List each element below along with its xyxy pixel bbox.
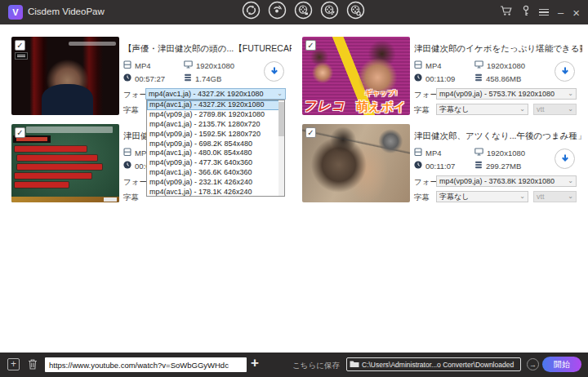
file-size-icon: [474, 161, 483, 171]
subtitle-select-4[interactable]: 字幕なし ⌄: [436, 191, 528, 202]
add-url-button[interactable]: +: [251, 355, 259, 371]
close-button[interactable]: ×: [572, 7, 580, 19]
format-option[interactable]: mp4(vp09,ja) - 477.3K 640x360: [147, 158, 280, 168]
thumbnail-caption-top: ギャップ!: [365, 88, 398, 99]
trash-icon: [27, 359, 38, 373]
video-thumbnail-2: ✓: [11, 124, 119, 202]
format-select-3[interactable]: mp4(vp09,ja) - 5753.7K 1920x1080 ⌄: [436, 88, 577, 100]
app-window: V Cisdem VideoPaw: [0, 0, 588, 377]
duration-clock-icon: [123, 73, 131, 83]
file-type-icon: [123, 60, 131, 71]
player-film-reel-icon: [346, 1, 365, 23]
duration-value: 00:57:27: [135, 74, 165, 83]
container-format: MP4: [425, 61, 442, 70]
player-button[interactable]: [346, 2, 365, 21]
subtitle-selected-value: 字幕なし: [439, 104, 469, 115]
format-select-4[interactable]: mp4(vp09,ja) - 3763.8K 1920x1080 ⌄: [436, 175, 577, 187]
format-option[interactable]: mp4(vp09,ja) - 232.1K 426x240: [147, 178, 280, 188]
video-title: 【声優・津田健次郎の頭の...【FUTURECARD】: [123, 43, 292, 55]
resolution-icon: [474, 148, 483, 157]
save-path-field[interactable]: C:\Users\Administrator...o Converter\Dow…: [346, 357, 521, 371]
format-option[interactable]: mp4(vp09,ja) - 1592.5K 1280x720: [147, 130, 280, 140]
converter-film-reel-icon: [294, 1, 313, 23]
resolution-value: 1920x1080: [487, 149, 525, 157]
format-option[interactable]: mp4(vp09,ja) - 2789.8K 1920x1080: [147, 110, 280, 120]
select-video-checkbox-3[interactable]: ✓: [305, 40, 316, 51]
format-option[interactable]: mp4(avc1,ja) - 178.1K 426x240: [147, 188, 280, 197]
file-size-value: 1.74GB: [195, 74, 221, 83]
video-card-1: ✓ 【声優・津田健次郎の頭の...【FUTURECARD】 MP4 1920x1…: [8, 34, 290, 119]
format-option[interactable]: mp4(avc1,ja) - 2135.7K 1280x720: [147, 120, 280, 130]
delete-button[interactable]: [27, 358, 38, 370]
video-thumbnail-1: ✓: [11, 37, 119, 115]
channel-badge: [15, 52, 28, 60]
cart-button[interactable]: [500, 5, 513, 20]
video-list: ✓ 【声優・津田健次郎の頭の...【FUTURECARD】 MP4 1920x1…: [0, 24, 588, 353]
download-arrow-icon: [560, 64, 570, 79]
resolution-value: 1920x1080: [196, 61, 234, 70]
select-video-checkbox-1[interactable]: ✓: [15, 40, 25, 51]
format-option[interactable]: mp4(avc1,ja) - 4327.2K 1920x1080: [147, 100, 280, 110]
format-dropdown-list: mp4(avc1,ja) - 4327.2K 1920x1080mp4(vp09…: [146, 100, 285, 197]
duration-value: 00:11:07: [425, 162, 455, 171]
thumbnail-caption-right: 萌えボイ: [356, 100, 406, 115]
duration-clock-icon: [123, 161, 131, 171]
subtitle-selected-value: 字幕なし: [439, 192, 469, 202]
format-selected-value: mp4(avc1,ja) - 4327.2K 1920x1080: [149, 90, 264, 98]
converter-button[interactable]: [294, 2, 313, 21]
video-title: 津田健次郎、アツくなり...午後のつまみ種」新CM: [414, 131, 582, 142]
add-task-button[interactable]: +: [7, 358, 20, 370]
container-format: MP4: [425, 149, 442, 157]
format-selected-value: mp4(vp09,ja) - 3763.8K 1920x1080: [439, 177, 555, 185]
subtitle-format-select-4[interactable]: vtt ⌄: [533, 191, 577, 202]
titlebar-right-controls: – ×: [500, 0, 580, 24]
chevron-down-icon: ⌄: [568, 193, 573, 200]
subtitle-label: 字幕: [414, 193, 430, 203]
bottombar: + + こちらに保存 C:\Users\Administrator...o Co…: [0, 353, 588, 377]
duration-value: 00:11:09: [425, 74, 455, 83]
video-card-3: ギャップ! 萌えボイ フレコ ✓ 津田健次郎のイケボをたっぷり堪能できる動画 M…: [299, 34, 581, 119]
subtitle-select-3[interactable]: 字幕なし ⌄: [436, 104, 528, 115]
recorder-button[interactable]: [268, 2, 287, 21]
open-folder-button[interactable]: →: [527, 358, 539, 370]
container-format: MP4: [135, 61, 151, 70]
subtitle-format-select-3[interactable]: vtt ⌄: [533, 104, 577, 115]
format-option[interactable]: mp4(vp09,ja) - 698.2K 854x480: [147, 140, 280, 149]
select-video-checkbox-2[interactable]: ✓: [15, 127, 25, 138]
minimize-button[interactable]: –: [558, 7, 564, 18]
file-size-icon: [474, 73, 483, 83]
chevron-down-icon: ⌄: [519, 193, 525, 200]
video-thumbnail-3: ギャップ! 萌えボイ フレコ ✓: [302, 37, 410, 115]
subtitle-label: 字幕: [123, 193, 139, 203]
editor-film-reel-icon: [320, 1, 339, 23]
menu-button[interactable]: [539, 9, 549, 16]
format-option[interactable]: mp4(avc1,ja) - 366.6K 640x360: [147, 168, 280, 178]
format-option[interactable]: mp4(avc1,ja) - 480.0K 854x480: [147, 149, 280, 158]
url-input[interactable]: [45, 357, 247, 372]
download-button-3[interactable]: [555, 61, 575, 82]
downloader-button[interactable]: [242, 2, 261, 21]
video-details-4: 津田健次郎、アツくなり...午後のつまみ種」新CM MP4 1920x1080 …: [414, 122, 582, 206]
download-button-4[interactable]: [555, 149, 575, 169]
chevron-down-icon: ⌄: [568, 91, 573, 97]
file-size-value: 458.86MB: [486, 74, 521, 83]
format-select-open[interactable]: mp4(avc1,ja) - 4327.2K 1920x1080 ⌄: [145, 88, 286, 100]
resolution-icon: [474, 60, 483, 70]
subtitle-label: 字幕: [123, 105, 139, 116]
register-button[interactable]: [522, 5, 530, 20]
mode-toolbar: [242, 2, 365, 21]
chevron-down-icon: ⌄: [568, 178, 573, 184]
resolution-icon: [184, 60, 193, 70]
video-details-3: 津田健次郎のイケボをたっぷり堪能できる動画 MP4 1920x1080 00:1…: [414, 34, 582, 119]
file-size-value: 299.27MB: [486, 162, 521, 171]
menu-icon: [539, 9, 549, 16]
dropdown-scrollbar[interactable]: [278, 100, 284, 196]
subtitle-ext-value: vtt: [537, 105, 545, 113]
download-button-1[interactable]: [264, 61, 284, 82]
select-video-checkbox-4[interactable]: ✓: [305, 127, 316, 138]
chevron-down-icon: ⌄: [519, 106, 525, 113]
recorder-icon: [268, 1, 287, 23]
editor-button[interactable]: [320, 2, 339, 21]
download-arrow-icon: [270, 64, 279, 79]
start-button[interactable]: 開始: [542, 357, 581, 372]
